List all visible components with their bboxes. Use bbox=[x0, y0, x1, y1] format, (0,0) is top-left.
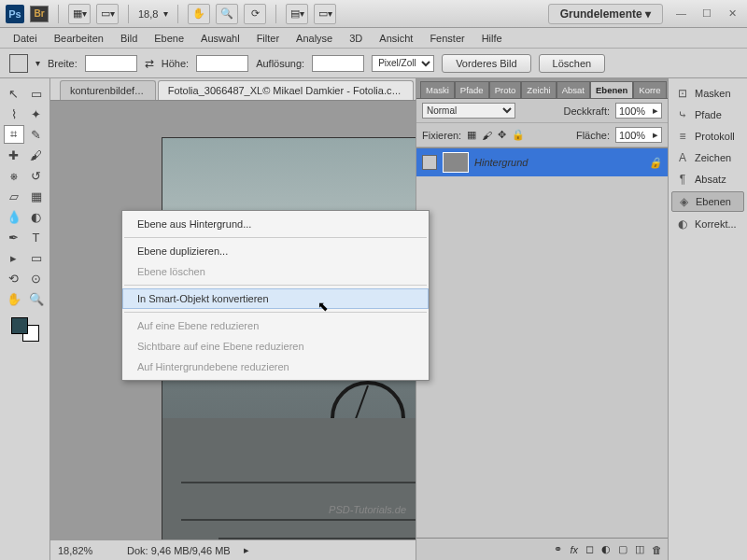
type-tool[interactable]: T bbox=[26, 228, 47, 246]
pen-tool[interactable]: ✒ bbox=[4, 228, 24, 246]
arrange-icon[interactable]: ▤▾ bbox=[286, 4, 308, 24]
zoom-tool-icon[interactable]: 🔍 bbox=[216, 4, 238, 24]
eraser-tool[interactable]: ▱ bbox=[4, 187, 24, 205]
path-select-tool[interactable]: ▸ bbox=[4, 248, 24, 267]
lock-position-icon[interactable]: ✥ bbox=[498, 129, 506, 141]
marquee-tool[interactable]: ▭ bbox=[26, 84, 47, 103]
side-item-absatz[interactable]: ¶Absatz bbox=[671, 170, 744, 189]
lock-all-icon[interactable]: 🔒 bbox=[512, 129, 525, 141]
ctx-item[interactable]: In Smart-Objekt konvertieren bbox=[122, 288, 429, 309]
panel-tab-korre[interactable]: Korre bbox=[633, 81, 666, 98]
menu-filter[interactable]: Filter bbox=[249, 30, 287, 47]
document-tab[interactable]: konturenbildeffekte.psd× bbox=[60, 80, 156, 100]
side-item-pfade[interactable]: ⤷Pfade bbox=[671, 105, 744, 124]
heal-tool[interactable]: ✚ bbox=[4, 146, 24, 164]
move-tool[interactable]: ↖ bbox=[4, 84, 24, 103]
clear-button[interactable]: Löschen bbox=[539, 54, 606, 73]
hand-tool-icon[interactable]: ✋ bbox=[188, 4, 210, 24]
crop-tool[interactable]: ⌗ bbox=[4, 125, 24, 144]
maximize-icon[interactable]: ☐ bbox=[702, 7, 715, 21]
link-icon[interactable]: ⚭ bbox=[554, 543, 562, 555]
menu-hilfe[interactable]: Hilfe bbox=[474, 30, 510, 47]
stamp-tool[interactable]: ⎈ bbox=[4, 166, 24, 185]
screen-icon[interactable]: ▭▾ bbox=[314, 4, 336, 24]
gradient-tool[interactable]: ▦ bbox=[26, 187, 47, 205]
blur-tool[interactable]: 💧 bbox=[4, 207, 24, 226]
fill-input[interactable]: 100%▸ bbox=[615, 127, 662, 143]
view-grid-button[interactable]: ▦▾ bbox=[68, 4, 91, 24]
screen-mode-button[interactable]: ▭▾ bbox=[96, 4, 119, 24]
cursor-icon: ⬉ bbox=[317, 299, 329, 314]
workspace-selector[interactable]: Grundelemente ▾ bbox=[548, 4, 663, 24]
wand-tool[interactable]: ✦ bbox=[26, 105, 47, 123]
bridge-icon[interactable]: Br bbox=[30, 6, 49, 22]
side-item-protokoll[interactable]: ≡Protokoll bbox=[671, 127, 744, 146]
hand-tool[interactable]: ✋ bbox=[4, 289, 24, 308]
eyedropper-tool[interactable]: ✎ bbox=[26, 125, 47, 144]
layer-row[interactable]: Hintergrund 🔒 bbox=[416, 148, 668, 176]
resolution-input[interactable] bbox=[312, 55, 364, 72]
menu-ebene[interactable]: Ebene bbox=[147, 30, 191, 47]
group-icon[interactable]: ▢ bbox=[618, 543, 627, 555]
swap-dims-icon[interactable]: ⇄ bbox=[145, 57, 154, 70]
menu-bild[interactable]: Bild bbox=[113, 30, 145, 47]
options-bar: ▾ Breite: ⇄ Höhe: Auflösung: Pixel/Zoll … bbox=[0, 49, 747, 78]
menu-auswahl[interactable]: Auswahl bbox=[193, 30, 247, 47]
fx-icon[interactable]: fx bbox=[570, 544, 578, 555]
panel-tab-ebenen[interactable]: Ebenen bbox=[590, 81, 633, 98]
height-input[interactable] bbox=[196, 55, 248, 72]
crop-tool-preset-icon[interactable] bbox=[9, 54, 28, 73]
panel-tab-absat[interactable]: Absat bbox=[557, 81, 590, 98]
color-swatches[interactable] bbox=[11, 317, 39, 342]
minimize-icon[interactable]: ― bbox=[676, 7, 689, 21]
side-item-ebenen[interactable]: ◈Ebenen bbox=[671, 191, 744, 212]
dodge-tool[interactable]: ◐ bbox=[26, 207, 47, 226]
history-brush-tool[interactable]: ↺ bbox=[26, 166, 47, 185]
opacity-input[interactable]: 100%▸ bbox=[615, 103, 662, 119]
side-item-korrekt...[interactable]: ◐Korrekt... bbox=[671, 215, 744, 233]
status-arrow-icon[interactable]: ▸ bbox=[244, 544, 249, 556]
mask-icon[interactable]: ◻ bbox=[585, 543, 594, 555]
close-icon[interactable]: ✕ bbox=[728, 7, 741, 21]
blend-mode-select[interactable]: Normal bbox=[422, 103, 515, 119]
side-item-masken[interactable]: ⊡Masken bbox=[671, 84, 744, 103]
panel-tab-maski[interactable]: Maski bbox=[420, 81, 455, 98]
panel-tab-pfade[interactable]: Pfade bbox=[455, 81, 489, 98]
shape-tool[interactable]: ▭ bbox=[26, 248, 47, 267]
menu-ansicht[interactable]: Ansicht bbox=[372, 30, 420, 47]
3d-rotate-tool[interactable]: ⟲ bbox=[4, 269, 24, 287]
lock-paint-icon[interactable]: 🖌 bbox=[482, 130, 492, 141]
front-image-button[interactable]: Vorderes Bild bbox=[442, 54, 530, 73]
watermark: PSD-Tutorials.de bbox=[329, 504, 406, 515]
zoom-tool[interactable]: 🔍 bbox=[26, 289, 47, 308]
menu-analyse[interactable]: Analyse bbox=[289, 30, 340, 47]
lock-label: Fixieren: bbox=[422, 130, 461, 141]
lasso-tool[interactable]: ⌇ bbox=[4, 105, 24, 123]
status-doc-size: Dok: 9,46 MB/9,46 MB bbox=[127, 545, 231, 556]
menu-bearbeiten[interactable]: Bearbeiten bbox=[47, 30, 111, 47]
menu-datei[interactable]: Datei bbox=[6, 30, 45, 47]
ctx-item[interactable]: Ebene aus Hintergrund... bbox=[122, 214, 429, 234]
status-zoom[interactable]: 18,82% bbox=[58, 545, 114, 556]
panel-tab-zeichi[interactable]: Zeichi bbox=[521, 81, 556, 98]
adjustment-icon[interactable]: ◐ bbox=[601, 543, 611, 555]
ctx-item[interactable]: Ebene duplizieren... bbox=[122, 241, 429, 261]
menu-3d[interactable]: 3D bbox=[342, 30, 370, 47]
lock-transparency-icon[interactable]: ▦ bbox=[467, 129, 476, 141]
rotate-view-icon[interactable]: ⟳ bbox=[244, 4, 266, 24]
visibility-icon[interactable] bbox=[422, 155, 437, 170]
menu-fenster[interactable]: Fenster bbox=[422, 30, 472, 47]
trash-icon[interactable]: 🗑 bbox=[652, 544, 662, 555]
brush-tool[interactable]: 🖌 bbox=[26, 146, 47, 164]
layer-thumb[interactable] bbox=[443, 152, 469, 173]
panel-tab-proto[interactable]: Proto bbox=[489, 81, 522, 98]
3d-orbit-tool[interactable]: ⊙ bbox=[26, 269, 47, 287]
new-layer-icon[interactable]: ◫ bbox=[635, 543, 644, 555]
ctx-item: Auf eine Ebene reduzieren bbox=[122, 315, 429, 336]
side-item-zeichen[interactable]: AZeichen bbox=[671, 148, 744, 167]
zoom-value[interactable]: 18,8 bbox=[138, 8, 158, 20]
document-tab[interactable]: Fotolia_3066487_XL© Mikael Damkier - Fot… bbox=[158, 80, 414, 100]
side-icon: ⤷ bbox=[675, 108, 690, 121]
unit-select[interactable]: Pixel/Zoll bbox=[372, 55, 434, 72]
width-input[interactable] bbox=[85, 55, 137, 72]
